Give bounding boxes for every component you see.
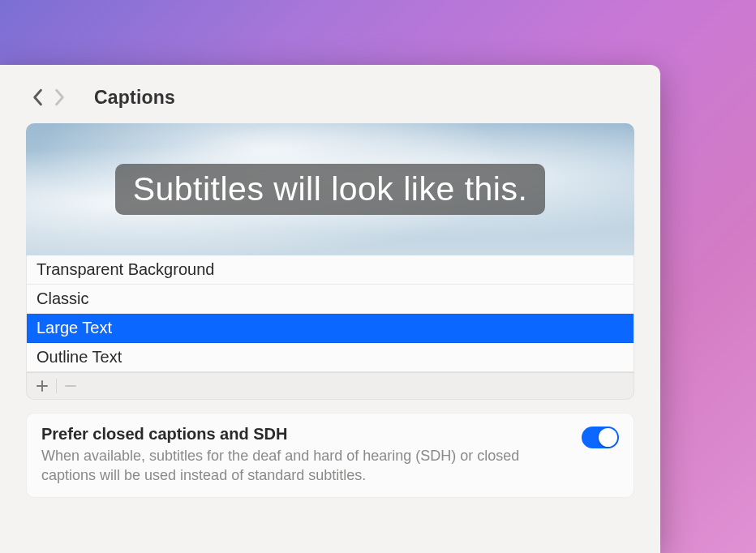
style-row-classic[interactable]: Classic: [27, 285, 634, 314]
add-style-button[interactable]: [32, 376, 53, 396]
back-button[interactable]: [26, 86, 49, 109]
preference-text: Prefer closed captions and SDH When avai…: [41, 425, 565, 486]
caption-style-list: Transparent Background Classic Large Tex…: [26, 255, 634, 372]
preference-title: Prefer closed captions and SDH: [41, 425, 565, 444]
footer-divider: [56, 379, 57, 393]
forward-button: [49, 86, 71, 109]
captions-panel: Captions Subtitles will look like this. …: [0, 65, 660, 553]
style-row-transparent-background[interactable]: Transparent Background: [27, 255, 634, 285]
chevron-left-icon: [32, 88, 43, 106]
minus-icon: [65, 380, 76, 392]
remove-style-button[interactable]: [60, 376, 81, 396]
style-row-large-text[interactable]: Large Text: [27, 314, 634, 343]
caption-preview: Subtitles will look like this.: [26, 123, 634, 255]
style-list-footer: [26, 372, 634, 400]
plus-icon: [37, 380, 48, 392]
header: Captions: [26, 86, 634, 109]
prefer-closed-captions-toggle[interactable]: [582, 427, 619, 448]
chevron-right-icon: [54, 88, 66, 106]
prefer-closed-captions-section: Prefer closed captions and SDH When avai…: [26, 413, 634, 498]
toggle-knob: [599, 428, 617, 447]
subtitle-sample: Subtitles will look like this.: [115, 164, 546, 215]
preference-description: When available, subtitles for the deaf a…: [41, 446, 565, 486]
page-title: Captions: [94, 87, 175, 109]
style-row-outline-text[interactable]: Outline Text: [27, 343, 634, 371]
